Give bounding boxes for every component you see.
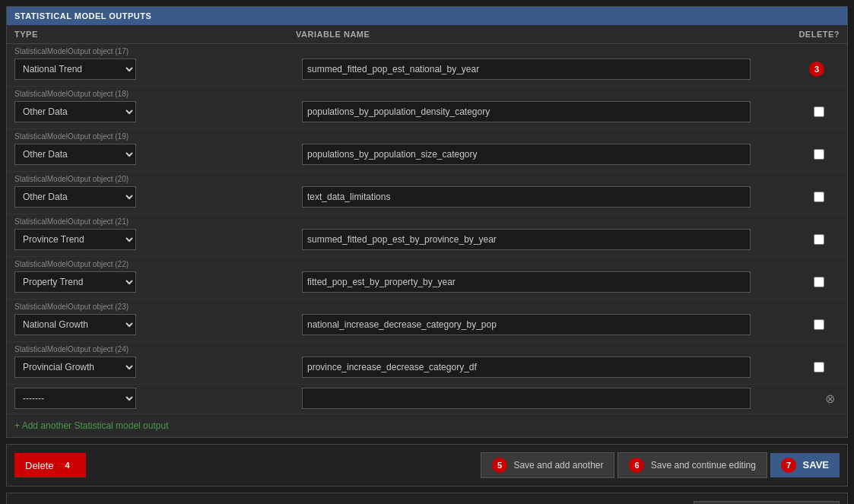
var-input-20[interactable] — [302, 186, 751, 208]
type-cell-17: -------National TrendOther DataProvince … — [14, 59, 296, 80]
col-type-header: TYPE — [14, 30, 296, 39]
delete-col-19 — [779, 149, 840, 160]
var-input-24[interactable] — [302, 357, 751, 378]
delete-col-21 — [779, 234, 840, 245]
data-row-17: -------National TrendOther DataProvince … — [7, 55, 847, 86]
delete-checkbox-22[interactable] — [814, 277, 824, 287]
download-button[interactable]: 8 Download Data Template — [694, 501, 840, 504]
var-input-22[interactable] — [302, 271, 751, 293]
row-group-18: StatisticalModelOutput object (18)------… — [7, 87, 847, 129]
delete-col-18 — [779, 106, 840, 117]
row-group-23: StatisticalModelOutput object (23)------… — [7, 300, 847, 342]
delete-checkbox-21[interactable] — [814, 234, 824, 245]
save-label: SAVE — [803, 459, 829, 471]
delete-col-24 — [779, 362, 840, 372]
var-cell-21 — [302, 229, 773, 250]
delete-col-20 — [779, 192, 840, 202]
type-cell-19: -------National TrendOther DataProvince … — [14, 144, 296, 165]
action-bar: Delete 4 5 Save and add another 6 Save a… — [6, 444, 848, 487]
new-row-remove-button[interactable]: ⊗ — [821, 390, 840, 407]
var-cell-17 — [302, 59, 773, 80]
type-cell-18: -------National TrendOther DataProvince … — [14, 101, 296, 122]
var-cell-24 — [302, 357, 773, 378]
data-row-22: -------National TrendOther DataProvince … — [7, 268, 847, 299]
statistical-model-outputs-section: STATISTICAL MODEL OUTPUTS TYPE VARIABLE … — [6, 6, 848, 438]
data-row-21: -------National TrendOther DataProvince … — [7, 226, 847, 256]
save-continue-label: Save and continue editing — [651, 460, 756, 471]
new-row-type-select[interactable]: -------National TrendOther DataProvince … — [14, 388, 136, 409]
var-cell-18 — [302, 101, 773, 122]
data-row-19: -------National TrendOther DataProvince … — [7, 141, 847, 171]
add-link-row: + Add another Statistical model output — [7, 414, 847, 437]
row-badge-17: 3 — [809, 62, 824, 77]
type-cell-21: -------National TrendOther DataProvince … — [14, 229, 296, 250]
type-select-17[interactable]: -------National TrendOther DataProvince … — [14, 59, 136, 80]
row-group-24: StatisticalModelOutput object (24)------… — [7, 342, 847, 385]
row-group-17: StatisticalModelOutput object (17)------… — [7, 44, 847, 87]
type-select-24[interactable]: -------National TrendOther DataProvince … — [14, 357, 136, 378]
row-label-24: StatisticalModelOutput object (24) — [7, 342, 847, 353]
delete-checkbox-20[interactable] — [814, 192, 824, 202]
new-row-variable-input[interactable] — [302, 388, 751, 409]
data-row-24: -------National TrendOther DataProvince … — [7, 353, 847, 384]
delete-col-23 — [779, 319, 840, 330]
save-add-button[interactable]: 5 Save and add another — [481, 452, 614, 478]
var-cell-23 — [302, 314, 773, 335]
data-row-23: -------National TrendOther DataProvince … — [7, 311, 847, 341]
rows-container: StatisticalModelOutput object (17)------… — [7, 44, 847, 385]
var-input-19[interactable] — [302, 144, 751, 165]
save-button[interactable]: 7 SAVE — [770, 453, 840, 477]
row-label-17: StatisticalModelOutput object (17) — [7, 44, 847, 55]
delete-label: Delete — [25, 460, 54, 471]
new-row: -------National TrendOther DataProvince … — [7, 385, 847, 414]
save-continue-badge: 6 — [629, 458, 644, 473]
save-add-badge: 5 — [492, 458, 507, 473]
type-select-20[interactable]: -------National TrendOther DataProvince … — [14, 186, 136, 208]
type-select-19[interactable]: -------National TrendOther DataProvince … — [14, 144, 136, 165]
var-input-17[interactable] — [302, 59, 751, 80]
delete-section: Delete 4 — [14, 453, 86, 477]
var-cell-20 — [302, 186, 773, 208]
row-label-20: StatisticalModelOutput object (20) — [7, 172, 847, 183]
save-badge: 7 — [781, 458, 796, 473]
save-continue-button[interactable]: 6 Save and continue editing — [617, 452, 767, 478]
col-delete-header: DELETE? — [779, 30, 840, 39]
type-cell-23: -------National TrendOther DataProvince … — [14, 314, 296, 335]
right-actions: 5 Save and add another 6 Save and contin… — [481, 452, 840, 478]
save-add-label: Save and add another — [513, 460, 603, 471]
row-label-21: StatisticalModelOutput object (21) — [7, 214, 847, 226]
row-label-18: StatisticalModelOutput object (18) — [7, 87, 847, 98]
type-cell-24: -------National TrendOther DataProvince … — [14, 357, 296, 378]
row-label-22: StatisticalModelOutput object (22) — [7, 257, 847, 268]
type-select-22[interactable]: -------National TrendOther DataProvince … — [14, 271, 136, 293]
type-cell-20: -------National TrendOther DataProvince … — [14, 186, 296, 208]
delete-checkbox-19[interactable] — [814, 149, 824, 160]
row-group-21: StatisticalModelOutput object (21)------… — [7, 214, 847, 257]
delete-checkbox-24[interactable] — [814, 362, 824, 372]
table-header: TYPE VARIABLE NAME DELETE? — [7, 25, 847, 44]
new-row-delete-col: ⊗ — [779, 390, 840, 407]
type-cell-22: -------National TrendOther DataProvince … — [14, 271, 296, 293]
var-cell-22 — [302, 271, 773, 293]
var-input-21[interactable] — [302, 229, 751, 250]
delete-badge: 4 — [60, 458, 75, 473]
var-input-18[interactable] — [302, 101, 751, 122]
delete-button[interactable]: Delete 4 — [14, 453, 86, 477]
new-row-type-cell: -------National TrendOther DataProvince … — [14, 388, 296, 409]
add-another-link[interactable]: + Add another Statistical model output — [14, 420, 168, 431]
delete-checkbox-18[interactable] — [814, 106, 824, 117]
type-select-18[interactable]: -------National TrendOther DataProvince … — [14, 101, 136, 122]
row-group-22: StatisticalModelOutput object (22)------… — [7, 257, 847, 300]
delete-checkbox-23[interactable] — [814, 319, 824, 330]
delete-col-17: 3 — [779, 62, 840, 77]
row-label-23: StatisticalModelOutput object (23) — [7, 300, 847, 311]
row-label-19: StatisticalModelOutput object (19) — [7, 129, 847, 141]
col-variable-header: VARIABLE NAME — [296, 30, 779, 39]
data-row-18: -------National TrendOther DataProvince … — [7, 98, 847, 128]
type-select-23[interactable]: -------National TrendOther DataProvince … — [14, 314, 136, 335]
type-select-21[interactable]: -------National TrendOther DataProvince … — [14, 229, 136, 250]
new-row-variable-cell — [302, 388, 773, 409]
data-row-20: -------National TrendOther DataProvince … — [7, 183, 847, 214]
var-input-23[interactable] — [302, 314, 751, 335]
var-cell-19 — [302, 144, 773, 165]
